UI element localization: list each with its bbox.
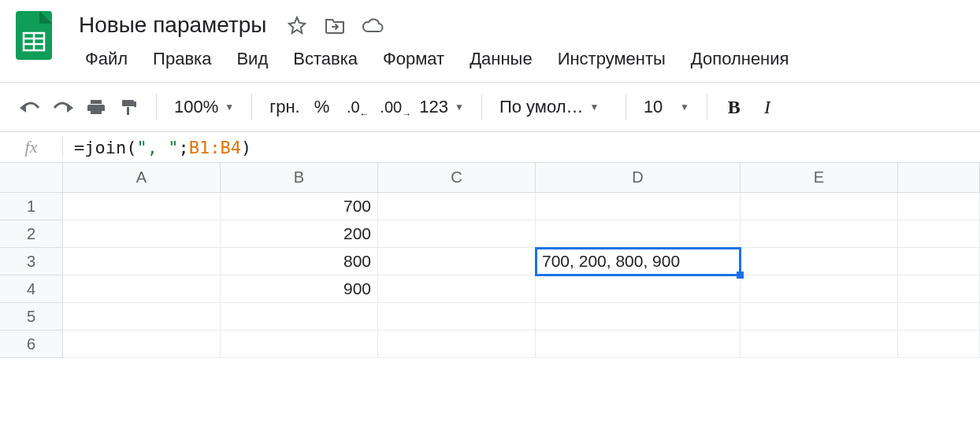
redo-button[interactable]: [49, 91, 77, 124]
cell-F3[interactable]: [898, 248, 980, 275]
selection-handle[interactable]: [737, 272, 744, 279]
cell-F2[interactable]: [898, 220, 980, 248]
font-size-value: 10: [644, 97, 663, 117]
currency-button[interactable]: грн.: [265, 97, 305, 117]
row-1: 1 700: [0, 193, 980, 220]
col-header-C[interactable]: C: [378, 163, 536, 193]
cell-C5[interactable]: [378, 303, 536, 331]
cloud-status-icon[interactable]: [361, 13, 384, 37]
paint-format-button[interactable]: [115, 91, 143, 124]
menu-tools[interactable]: Инструменты: [547, 44, 677, 74]
menu-file[interactable]: Файл: [74, 44, 139, 74]
row-header-6[interactable]: 6: [0, 331, 63, 358]
menu-view[interactable]: Вид: [225, 44, 279, 74]
cell-E1[interactable]: [741, 193, 898, 220]
zoom-dropdown[interactable]: 100% ▼: [169, 97, 239, 117]
cell-D5[interactable]: [536, 303, 741, 331]
formula-input[interactable]: =join(", ";B1:B4): [63, 138, 980, 157]
decrease-decimal-button[interactable]: .0←: [339, 91, 367, 124]
cell-D3[interactable]: 700, 200, 800, 900: [536, 248, 741, 275]
row-header-2[interactable]: 2: [0, 220, 63, 248]
col-header-F[interactable]: [898, 163, 980, 193]
menu-edit[interactable]: Правка: [142, 44, 222, 74]
fx-icon[interactable]: fx: [0, 137, 63, 157]
cell-C6[interactable]: [378, 331, 536, 358]
menu-bar: Файл Правка Вид Вставка Формат Данные Ин…: [74, 44, 967, 82]
row-2: 2 200: [0, 220, 980, 248]
toolbar-separator: [251, 94, 252, 120]
menu-addons[interactable]: Дополнения: [680, 44, 800, 74]
cell-E2[interactable]: [741, 220, 898, 248]
cell-A4[interactable]: [63, 275, 221, 303]
sheets-logo[interactable]: [13, 8, 55, 63]
chevron-down-icon: ▼: [590, 102, 600, 113]
cell-E6[interactable]: [741, 331, 898, 358]
cell-C2[interactable]: [378, 220, 536, 248]
menu-format[interactable]: Формат: [372, 44, 455, 74]
font-size-dropdown[interactable]: 10 ▼: [639, 97, 694, 117]
cell-D1[interactable]: [536, 193, 741, 220]
row-6: 6: [0, 331, 980, 358]
spreadsheet-grid: A B C D E 1 700 2 200 3 800 700, 200, 80…: [0, 163, 980, 358]
cell-C4[interactable]: [378, 275, 536, 303]
cell-B4[interactable]: 900: [221, 275, 378, 303]
cell-A6[interactable]: [63, 331, 221, 358]
percent-button[interactable]: %: [310, 97, 335, 117]
formula-arg1: ", ": [136, 138, 178, 157]
cell-D4[interactable]: [536, 275, 741, 303]
cell-C3[interactable]: [378, 248, 536, 275]
row-header-1[interactable]: 1: [0, 193, 63, 220]
row-header-3[interactable]: 3: [0, 248, 63, 275]
col-header-B[interactable]: B: [221, 163, 378, 193]
cell-D6[interactable]: [536, 331, 741, 358]
cell-B2[interactable]: 200: [221, 220, 378, 248]
col-header-A[interactable]: A: [63, 163, 221, 193]
number-format-dropdown[interactable]: 123 ▼: [414, 97, 469, 117]
app-header: Новые параметры Файл Правка Вид: [0, 0, 980, 82]
print-button[interactable]: [82, 91, 110, 124]
row-5: 5: [0, 303, 980, 331]
toolbar-separator: [707, 94, 707, 120]
formula-bar: fx =join(", ";B1:B4): [0, 131, 980, 163]
cell-A3[interactable]: [63, 248, 221, 275]
formula-arg2: B1:B4: [189, 138, 241, 157]
cell-B1[interactable]: 700: [221, 193, 378, 220]
select-all-corner[interactable]: [0, 163, 63, 193]
col-header-E[interactable]: E: [741, 163, 898, 193]
cell-F6[interactable]: [898, 331, 980, 358]
bold-button[interactable]: B: [720, 91, 748, 124]
menu-insert[interactable]: Вставка: [282, 44, 369, 74]
cell-B3[interactable]: 800: [221, 248, 378, 275]
cell-E5[interactable]: [741, 303, 898, 331]
zoom-value: 100%: [174, 97, 218, 117]
cell-A1[interactable]: [63, 193, 221, 220]
undo-button[interactable]: [16, 91, 44, 124]
cell-C1[interactable]: [378, 193, 536, 220]
font-family-dropdown[interactable]: По умол… ▼: [495, 97, 613, 117]
cell-D2[interactable]: [536, 220, 741, 248]
italic-button[interactable]: I: [753, 91, 781, 124]
toolbar-separator: [481, 94, 482, 120]
menu-data[interactable]: Данные: [458, 44, 543, 74]
star-icon[interactable]: [285, 13, 309, 37]
cell-B6[interactable]: [221, 331, 378, 358]
row-header-4[interactable]: 4: [0, 275, 63, 303]
cell-E4[interactable]: [741, 275, 898, 303]
cell-A5[interactable]: [63, 303, 221, 331]
number-format-label: 123: [419, 97, 448, 117]
cell-B5[interactable]: [221, 303, 378, 331]
document-title[interactable]: Новые параметры: [74, 11, 271, 39]
cell-E3[interactable]: [741, 248, 898, 275]
cell-F5[interactable]: [898, 303, 980, 331]
column-headers-row: A B C D E: [0, 163, 980, 193]
col-header-D[interactable]: D: [536, 163, 741, 193]
cell-F1[interactable]: [898, 193, 980, 220]
toolbar-separator: [156, 94, 157, 120]
move-folder-icon[interactable]: [323, 13, 347, 37]
cell-A2[interactable]: [63, 220, 221, 248]
cell-F4[interactable]: [898, 275, 980, 303]
increase-decimal-button[interactable]: .00→: [372, 91, 410, 124]
row-header-5[interactable]: 5: [0, 303, 63, 331]
svg-rect-6: [134, 102, 136, 107]
svg-rect-7: [127, 107, 129, 115]
